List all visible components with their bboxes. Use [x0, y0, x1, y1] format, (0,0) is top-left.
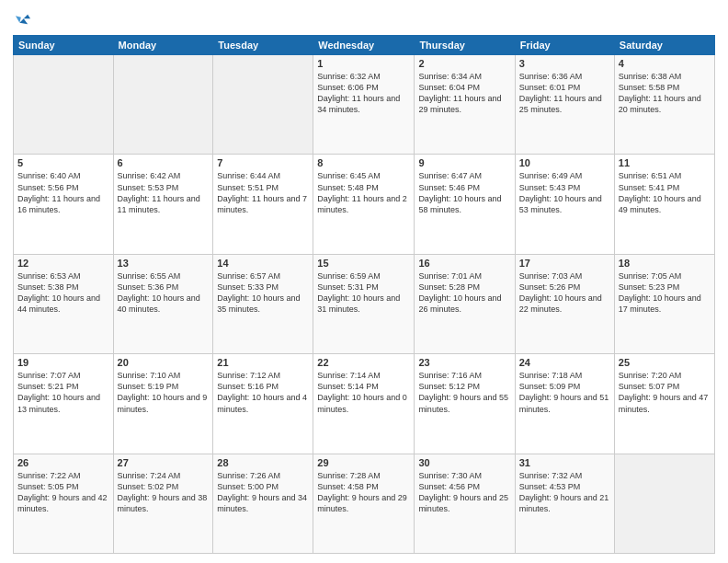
- calendar-cell: [614, 454, 714, 553]
- weekday-header-row: SundayMondayTuesdayWednesdayThursdayFrid…: [14, 36, 715, 55]
- day-content: Sunrise: 6:51 AM Sunset: 5:41 PM Dayligh…: [619, 170, 711, 215]
- weekday-saturday: Saturday: [614, 36, 714, 55]
- day-content: Sunrise: 6:57 AM Sunset: 5:33 PM Dayligh…: [217, 270, 309, 316]
- week-row-3: 12Sunrise: 6:53 AM Sunset: 5:38 PM Dayli…: [14, 254, 715, 353]
- day-content: Sunrise: 6:38 AM Sunset: 5:58 PM Dayligh…: [619, 71, 711, 116]
- calendar-cell: [213, 55, 313, 155]
- day-number: 3: [519, 58, 610, 69]
- day-number: 13: [118, 258, 210, 269]
- day-content: Sunrise: 6:45 AM Sunset: 5:48 PM Dayligh…: [317, 170, 410, 215]
- day-content: Sunrise: 6:40 AM Sunset: 5:56 PM Dayligh…: [17, 170, 109, 215]
- calendar-cell: 20Sunrise: 7:10 AM Sunset: 5:19 PM Dayli…: [113, 354, 213, 454]
- day-content: Sunrise: 7:32 AM Sunset: 4:53 PM Dayligh…: [519, 470, 610, 515]
- day-number: 7: [217, 157, 309, 168]
- day-number: 14: [217, 258, 309, 269]
- calendar-cell: 17Sunrise: 7:03 AM Sunset: 5:26 PM Dayli…: [515, 254, 614, 353]
- day-number: 1: [317, 58, 410, 69]
- svg-marker-0: [19, 15, 30, 24]
- day-number: 25: [619, 357, 711, 368]
- day-content: Sunrise: 7:24 AM Sunset: 5:02 PM Dayligh…: [118, 470, 210, 515]
- day-number: 2: [418, 58, 510, 69]
- calendar-body: 1Sunrise: 6:32 AM Sunset: 6:06 PM Daylig…: [14, 55, 715, 554]
- calendar-cell: 13Sunrise: 6:55 AM Sunset: 5:36 PM Dayli…: [113, 254, 213, 353]
- day-content: Sunrise: 6:44 AM Sunset: 5:51 PM Dayligh…: [217, 170, 309, 215]
- calendar-cell: [14, 55, 114, 155]
- day-content: Sunrise: 7:18 AM Sunset: 5:09 PM Dayligh…: [519, 370, 610, 415]
- weekday-sunday: Sunday: [14, 36, 114, 55]
- day-number: 5: [17, 157, 109, 168]
- calendar-cell: 9Sunrise: 6:47 AM Sunset: 5:46 PM Daylig…: [415, 155, 515, 254]
- day-number: 31: [519, 457, 610, 468]
- calendar-cell: 11Sunrise: 6:51 AM Sunset: 5:41 PM Dayli…: [614, 155, 714, 254]
- day-content: Sunrise: 6:53 AM Sunset: 5:38 PM Dayligh…: [17, 270, 109, 316]
- calendar-cell: 24Sunrise: 7:18 AM Sunset: 5:09 PM Dayli…: [515, 354, 614, 454]
- calendar-cell: 6Sunrise: 6:42 AM Sunset: 5:53 PM Daylig…: [113, 155, 213, 254]
- day-number: 23: [418, 357, 510, 368]
- calendar-cell: 15Sunrise: 6:59 AM Sunset: 5:31 PM Dayli…: [313, 254, 415, 353]
- day-content: Sunrise: 7:14 AM Sunset: 5:14 PM Dayligh…: [317, 370, 410, 415]
- day-number: 16: [418, 258, 510, 269]
- day-number: 17: [519, 258, 610, 269]
- day-content: Sunrise: 7:30 AM Sunset: 4:56 PM Dayligh…: [418, 470, 510, 515]
- day-number: 26: [17, 457, 109, 468]
- day-number: 22: [317, 357, 410, 368]
- day-number: 4: [619, 58, 711, 69]
- calendar-table: SundayMondayTuesdayWednesdayThursdayFrid…: [13, 35, 715, 554]
- calendar-cell: 8Sunrise: 6:45 AM Sunset: 5:48 PM Daylig…: [313, 155, 415, 254]
- day-number: 8: [317, 157, 410, 168]
- weekday-thursday: Thursday: [415, 36, 515, 55]
- calendar-cell: 14Sunrise: 6:57 AM Sunset: 5:33 PM Dayli…: [213, 254, 313, 353]
- day-number: 15: [317, 258, 410, 269]
- page: SundayMondayTuesdayWednesdayThursdayFrid…: [0, 0, 728, 563]
- calendar-cell: 25Sunrise: 7:20 AM Sunset: 5:07 PM Dayli…: [614, 354, 714, 454]
- day-number: 12: [17, 258, 109, 269]
- day-content: Sunrise: 7:05 AM Sunset: 5:23 PM Dayligh…: [619, 270, 711, 316]
- day-number: 28: [217, 457, 309, 468]
- calendar-cell: 19Sunrise: 7:07 AM Sunset: 5:21 PM Dayli…: [14, 354, 114, 454]
- day-number: 27: [118, 457, 210, 468]
- logo: [13, 9, 37, 29]
- day-content: Sunrise: 6:55 AM Sunset: 5:36 PM Dayligh…: [118, 270, 210, 316]
- day-number: 10: [519, 157, 610, 168]
- day-number: 29: [317, 457, 410, 468]
- day-number: 21: [217, 357, 309, 368]
- day-number: 9: [418, 157, 510, 168]
- calendar-cell: 26Sunrise: 7:22 AM Sunset: 5:05 PM Dayli…: [14, 454, 114, 553]
- day-content: Sunrise: 7:01 AM Sunset: 5:28 PM Dayligh…: [418, 270, 510, 316]
- day-number: 18: [619, 258, 711, 269]
- day-number: 6: [118, 157, 210, 168]
- week-row-4: 19Sunrise: 7:07 AM Sunset: 5:21 PM Dayli…: [14, 354, 715, 454]
- calendar-cell: 2Sunrise: 6:34 AM Sunset: 6:04 PM Daylig…: [415, 55, 515, 155]
- calendar-cell: 30Sunrise: 7:30 AM Sunset: 4:56 PM Dayli…: [415, 454, 515, 553]
- calendar-header: SundayMondayTuesdayWednesdayThursdayFrid…: [14, 36, 715, 55]
- calendar-cell: 5Sunrise: 6:40 AM Sunset: 5:56 PM Daylig…: [14, 155, 114, 254]
- day-content: Sunrise: 7:16 AM Sunset: 5:12 PM Dayligh…: [418, 370, 510, 415]
- calendar-cell: 4Sunrise: 6:38 AM Sunset: 5:58 PM Daylig…: [614, 55, 714, 155]
- calendar-cell: [113, 55, 213, 155]
- week-row-5: 26Sunrise: 7:22 AM Sunset: 5:05 PM Dayli…: [14, 454, 715, 553]
- week-row-1: 1Sunrise: 6:32 AM Sunset: 6:06 PM Daylig…: [14, 55, 715, 155]
- weekday-tuesday: Tuesday: [213, 36, 313, 55]
- calendar-cell: 7Sunrise: 6:44 AM Sunset: 5:51 PM Daylig…: [213, 155, 313, 254]
- weekday-wednesday: Wednesday: [313, 36, 415, 55]
- day-number: 30: [418, 457, 510, 468]
- calendar-cell: 31Sunrise: 7:32 AM Sunset: 4:53 PM Dayli…: [515, 454, 614, 553]
- calendar-cell: 22Sunrise: 7:14 AM Sunset: 5:14 PM Dayli…: [313, 354, 415, 454]
- day-content: Sunrise: 6:49 AM Sunset: 5:43 PM Dayligh…: [519, 170, 610, 215]
- day-content: Sunrise: 6:47 AM Sunset: 5:46 PM Dayligh…: [418, 170, 510, 215]
- day-number: 20: [118, 357, 210, 368]
- day-content: Sunrise: 7:07 AM Sunset: 5:21 PM Dayligh…: [17, 370, 109, 415]
- day-content: Sunrise: 6:36 AM Sunset: 6:01 PM Dayligh…: [519, 71, 610, 116]
- day-number: 19: [17, 357, 109, 368]
- day-content: Sunrise: 7:28 AM Sunset: 4:58 PM Dayligh…: [317, 470, 410, 515]
- day-content: Sunrise: 7:10 AM Sunset: 5:19 PM Dayligh…: [118, 370, 210, 415]
- svg-marker-1: [16, 16, 21, 22]
- day-content: Sunrise: 7:03 AM Sunset: 5:26 PM Dayligh…: [519, 270, 610, 316]
- calendar-cell: 23Sunrise: 7:16 AM Sunset: 5:12 PM Dayli…: [415, 354, 515, 454]
- day-content: Sunrise: 7:12 AM Sunset: 5:16 PM Dayligh…: [217, 370, 309, 415]
- calendar-cell: 27Sunrise: 7:24 AM Sunset: 5:02 PM Dayli…: [113, 454, 213, 553]
- calendar-cell: 12Sunrise: 6:53 AM Sunset: 5:38 PM Dayli…: [14, 254, 114, 353]
- calendar-cell: 16Sunrise: 7:01 AM Sunset: 5:28 PM Dayli…: [415, 254, 515, 353]
- weekday-friday: Friday: [515, 36, 614, 55]
- day-content: Sunrise: 7:26 AM Sunset: 5:00 PM Dayligh…: [217, 470, 309, 515]
